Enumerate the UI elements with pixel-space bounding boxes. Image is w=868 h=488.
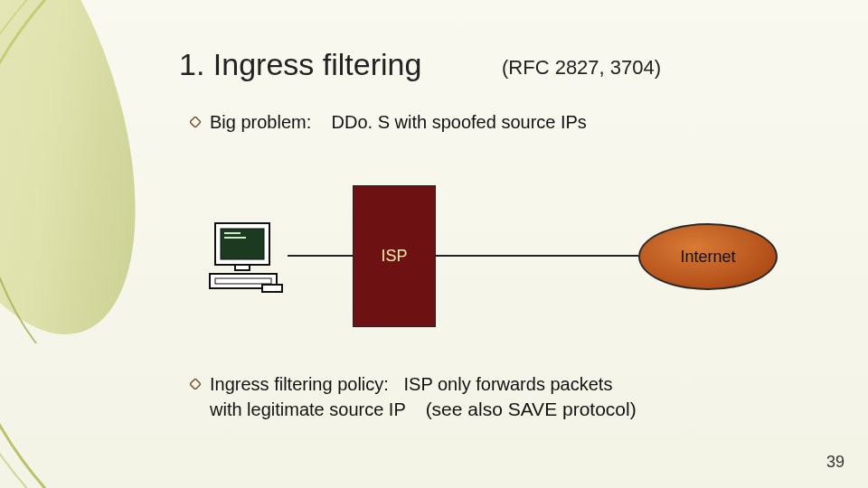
slide: 1. Ingress filtering (RFC 2827, 3704) Bi… <box>0 0 868 488</box>
svg-rect-4 <box>224 232 241 234</box>
bullet1-rest: DDo. S with spoofed source IPs <box>311 112 587 132</box>
title-subtext: (RFC 2827, 3704) <box>502 56 661 80</box>
isp-label: ISP <box>381 247 407 266</box>
bullet-big-problem: Big problem: DDo. S with spoofed source … <box>190 112 587 133</box>
page-number: 39 <box>826 453 844 472</box>
internet-label: Internet <box>680 248 735 267</box>
link-computer-isp <box>288 255 353 257</box>
network-diagram: ISP Internet <box>172 158 787 348</box>
diamond-bullet-icon <box>190 117 201 127</box>
bullet2-line2a: with legitimate source IP <box>210 399 426 419</box>
diamond-bullet-icon <box>190 379 201 389</box>
bullet1-label: Big problem: <box>210 112 311 132</box>
internet-node: Internet <box>638 223 778 290</box>
title-main: 1. Ingress filtering <box>179 47 421 81</box>
bullet2-b: ISP only forwards packets <box>404 374 613 394</box>
link-isp-internet <box>435 255 638 257</box>
svg-marker-1 <box>190 117 201 127</box>
bullet-ingress-policy: Ingress filtering policy: ISP only forwa… <box>190 372 769 422</box>
svg-point-0 <box>0 0 181 365</box>
svg-marker-10 <box>190 379 201 389</box>
bullet2-a: Ingress filtering policy: <box>210 374 404 394</box>
svg-rect-9 <box>262 285 282 292</box>
leaf-decoration <box>0 0 181 488</box>
slide-title: 1. Ingress filtering <box>179 47 421 82</box>
computer-icon <box>208 221 288 297</box>
svg-rect-6 <box>235 265 250 270</box>
isp-node: ISP <box>353 185 436 327</box>
bullet2-line2b: (see also SAVE protocol) <box>426 399 637 419</box>
svg-rect-5 <box>224 237 246 239</box>
